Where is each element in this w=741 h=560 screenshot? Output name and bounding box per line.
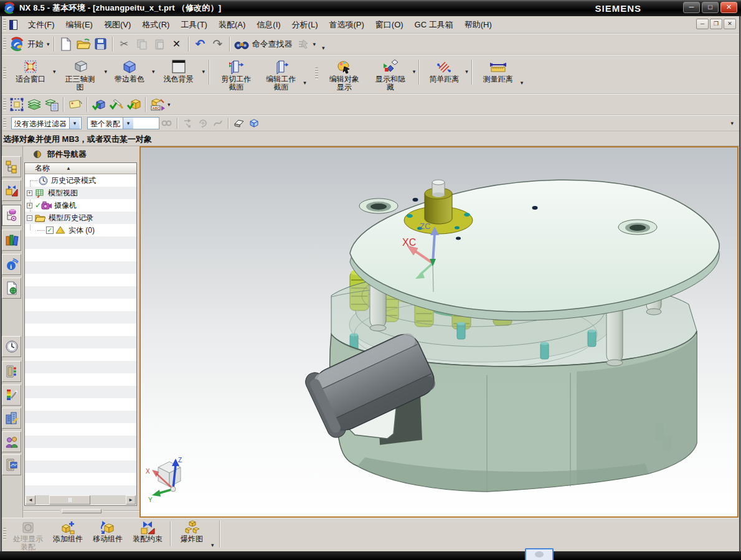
dropdown-icon[interactable]: ▾ (465, 68, 468, 75)
menu-gc-toolbox[interactable]: GC 工具箱 (409, 17, 459, 33)
annotation-note-button[interactable] (67, 96, 84, 113)
history-tab[interactable] (2, 336, 21, 357)
save-button[interactable] (92, 35, 110, 53)
dropdown-icon[interactable]: ▾ (166, 101, 172, 108)
doc-close-button[interactable]: ✕ (724, 19, 736, 29)
tree-item-model-history[interactable]: − 模型历史记录 (25, 212, 136, 224)
graphics-viewport[interactable]: XC ZC X Y Z (139, 146, 739, 518)
menu-information[interactable]: 信息(I) (251, 17, 286, 33)
close-button[interactable]: ✕ (720, 2, 737, 13)
menu-preferences[interactable]: 首选项(P) (323, 17, 369, 33)
simple-distance-button[interactable]: 简单距离 (423, 55, 465, 83)
undo-button[interactable]: ↶ (192, 35, 209, 53)
menu-assemblies[interactable]: 装配(A) (213, 17, 251, 33)
reuse-library-tab[interactable] (2, 230, 21, 251)
add-component-button[interactable]: 添加组件 (48, 518, 88, 543)
command-finder-button[interactable] (233, 35, 250, 53)
toolbar-grip[interactable] (3, 38, 6, 50)
menu-format[interactable]: 格式(R) (136, 17, 175, 33)
start-button[interactable] (8, 35, 26, 53)
layer-settings-button[interactable] (26, 96, 43, 113)
minimize-button[interactable]: ─ (683, 2, 700, 13)
toolbar-grip[interactable] (3, 118, 6, 128)
isometric-view-button[interactable]: 正三轴测图 (56, 55, 105, 91)
menu-file[interactable]: 文件(F) (22, 17, 60, 33)
selection-filter-combo[interactable]: 没有选择过滤器 ▾ (11, 117, 82, 129)
navigator-hscrollbar[interactable]: ◄ ► (26, 495, 136, 505)
constraint-navigator-tab[interactable] (2, 180, 21, 201)
combo-dropdown-icon[interactable]: ▾ (69, 118, 80, 129)
scroll-right-button[interactable]: ► (126, 495, 136, 505)
dropdown-icon[interactable]: ▾ (202, 68, 205, 75)
assembly-navigator-tab[interactable] (2, 156, 21, 177)
combo-dropdown-icon[interactable]: ▾ (123, 118, 133, 129)
tree-item-history-mode[interactable]: 历史记录模式 (25, 174, 136, 187)
edit-object-display-button[interactable]: 编辑对象显示 (321, 55, 368, 91)
html-report-tab[interactable] (2, 278, 21, 299)
command-finder-label[interactable]: 命令查找器 (252, 39, 293, 50)
dropdown-icon[interactable]: ▾ (413, 68, 416, 75)
internet-info-tab[interactable]: i (2, 254, 21, 275)
group-dropdown-icon[interactable]: ▾ (210, 542, 215, 548)
cut-button[interactable]: ✂ (116, 35, 133, 53)
tree-item-solid-body[interactable]: ✓ 实体 (0) (25, 224, 136, 236)
assembly-cut-button[interactable] (247, 116, 262, 130)
doc-minimize-button[interactable]: ─ (696, 19, 709, 29)
splitter-grip[interactable] (62, 509, 101, 513)
doc-restore-button[interactable]: ❐ (710, 19, 722, 29)
new-button[interactable] (57, 35, 75, 53)
show-solid-check-button[interactable] (125, 96, 143, 113)
assembly-constraints-button[interactable]: 装配约束 (128, 518, 168, 543)
toolbar-grip[interactable] (3, 98, 6, 111)
open-button[interactable] (75, 35, 92, 53)
tree-item-cameras[interactable]: + ✓ 摄像机 (25, 199, 136, 212)
maximize-button[interactable]: □ (702, 2, 719, 13)
toolbar-grip[interactable] (315, 67, 318, 80)
start-label[interactable]: 开始 (27, 39, 44, 50)
layer-in-view-button[interactable] (43, 96, 60, 113)
menu-help[interactable]: 帮助(H) (459, 17, 498, 33)
menu-analysis[interactable]: 分析(L) (286, 17, 324, 33)
show-block-check-button[interactable] (90, 96, 108, 113)
snap-point-button-2[interactable] (196, 116, 210, 130)
selection-rectangle-button[interactable] (8, 96, 26, 113)
snap-point-button-3[interactable] (210, 116, 225, 130)
windows-tab[interactable] (2, 454, 21, 475)
show-hide-button[interactable]: 显示和隐藏 (368, 55, 413, 91)
redo-button[interactable]: ↷ (209, 35, 227, 53)
show-tool-check-button[interactable] (108, 96, 125, 113)
measure-distance-button[interactable]: 测量距离 (476, 55, 521, 83)
light-background-button[interactable]: 浅色背景 (155, 55, 202, 83)
toolbar-grip[interactable] (3, 528, 6, 540)
menu-tools[interactable]: 工具(T) (175, 17, 213, 33)
scroll-left-button[interactable]: ◄ (26, 495, 35, 505)
expand-icon[interactable]: + (27, 203, 32, 208)
group-dropdown-icon[interactable]: ▾ (521, 80, 524, 86)
exploded-view-button[interactable]: 爆炸图 (174, 518, 210, 543)
toolbar-grip[interactable] (3, 19, 6, 31)
move-component-button[interactable]: 移动组件 (88, 518, 128, 543)
menu-window[interactable]: 窗口(O) (370, 17, 409, 33)
process-studio-tab[interactable] (2, 361, 21, 382)
toolbar-overflow-icon[interactable]: ▾ (321, 45, 326, 51)
touch-mode-button[interactable] (295, 35, 312, 53)
background-window-icon[interactable] (525, 548, 554, 560)
edit-work-section-button[interactable]: 编辑工作截面 (258, 55, 303, 91)
roles-tab[interactable] (2, 431, 21, 452)
annotation-editor-button[interactable]: ABC (149, 96, 166, 113)
toolbar-overflow-icon[interactable]: ▾ (729, 120, 735, 126)
selection-scope-combo[interactable]: 整个装配 ▾ (87, 117, 159, 129)
checkbox-checked-icon[interactable]: ✓ (46, 226, 54, 234)
interpart-links-button[interactable] (159, 116, 174, 130)
dropdown-icon[interactable]: ▾ (312, 41, 318, 47)
collapse-icon[interactable]: − (27, 215, 32, 221)
delete-button[interactable]: ✕ (168, 35, 186, 53)
part-navigator-tab[interactable] (2, 205, 21, 226)
materials-tab[interactable] (2, 385, 21, 406)
shaded-with-edges-button[interactable]: 带边着色 (107, 55, 152, 83)
expand-icon[interactable]: + (27, 190, 32, 196)
column-header-name[interactable]: 名称 ▲ (25, 163, 136, 174)
fit-window-button[interactable]: 适合窗口 (8, 55, 53, 83)
work-section-toggle-button[interactable] (232, 116, 247, 130)
paste-button[interactable] (151, 35, 168, 53)
